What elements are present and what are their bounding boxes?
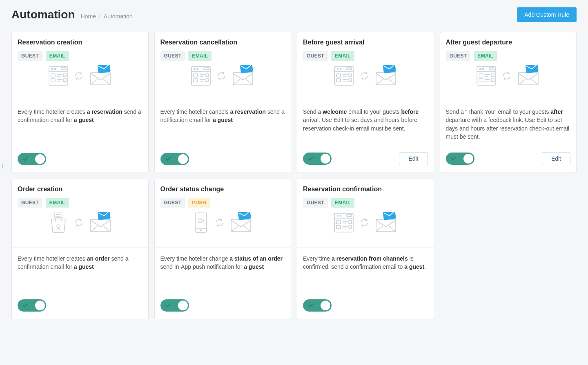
automation-card: After guest departure GUEST EMAIL Send a…: [440, 32, 577, 173]
check-icon: [308, 303, 314, 308]
enable-toggle[interactable]: [446, 153, 474, 165]
svg-rect-36: [336, 79, 341, 82]
svg-rect-85: [376, 219, 396, 232]
svg-point-32: [337, 69, 338, 70]
check-icon: [22, 156, 28, 162]
svg-rect-27: [206, 79, 209, 82]
svg-point-75: [340, 215, 341, 217]
svg-point-33: [340, 69, 341, 70]
svg-rect-49: [489, 68, 494, 70]
svg-rect-43: [376, 73, 396, 85]
svg-point-18: [197, 69, 198, 70]
card-title: After guest departure: [446, 39, 571, 46]
page-header: Automation Home / Automation Add Custom …: [11, 7, 577, 22]
svg-rect-51: [479, 79, 483, 82]
check-icon: [451, 156, 457, 161]
svg-rect-58: [519, 73, 538, 85]
svg-rect-21: [194, 79, 198, 82]
svg-rect-12: [63, 79, 66, 82]
svg-rect-5: [51, 74, 55, 77]
cycle-arrows-icon: [74, 218, 83, 227]
breadcrumb-separator: /: [99, 13, 101, 20]
tag-email: EMAIL: [46, 51, 69, 61]
envelope-icon: [89, 212, 112, 233]
svg-rect-26: [206, 74, 209, 77]
svg-rect-42: [349, 79, 352, 82]
reservation-icon: [334, 212, 354, 234]
enable-toggle[interactable]: [160, 299, 189, 312]
card-description: Send a “Thank You” email to your guests …: [440, 101, 577, 147]
enable-toggle[interactable]: [18, 299, 46, 312]
cycle-arrows-icon: [74, 71, 83, 80]
tag-guest: GUEST: [18, 198, 42, 208]
svg-point-68: [200, 230, 202, 231]
svg-point-74: [337, 215, 338, 217]
envelope-icon: [374, 65, 397, 86]
breadcrumb-current: Automation: [104, 13, 133, 20]
order-icon: [48, 212, 69, 234]
add-custom-rule-button[interactable]: Add Custom Rule: [517, 7, 577, 22]
envelope-icon: [517, 65, 540, 86]
toggle-knob: [463, 154, 473, 164]
check-icon: [165, 303, 171, 308]
svg-rect-57: [491, 79, 494, 82]
tag-guest: GUEST: [160, 198, 185, 208]
toggle-knob: [35, 154, 45, 164]
svg-rect-78: [336, 226, 341, 229]
enable-toggle[interactable]: [303, 153, 332, 165]
svg-rect-77: [336, 221, 341, 224]
svg-rect-28: [233, 73, 253, 85]
edit-button[interactable]: Edit: [542, 152, 570, 165]
svg-point-3: [54, 69, 56, 70]
tag-guest: GUEST: [303, 51, 328, 61]
toggle-knob: [321, 301, 330, 310]
reservation-icon: [191, 65, 211, 87]
tag-email: EMAIL: [331, 51, 354, 61]
check-icon: [165, 156, 171, 162]
tag-email: EMAIL: [188, 51, 212, 61]
tag-email: EMAIL: [474, 51, 497, 61]
reservation-icon: [48, 65, 69, 87]
svg-rect-83: [349, 221, 352, 223]
enable-toggle[interactable]: [160, 153, 189, 165]
check-icon: [22, 303, 28, 308]
enable-toggle[interactable]: [18, 153, 46, 165]
card-title: Reservation confirmation: [303, 186, 428, 193]
automation-grid: Reservation creation GUEST EMAIL Every t…: [11, 32, 577, 319]
toggle-knob: [178, 154, 188, 164]
svg-rect-4: [61, 68, 66, 70]
svg-point-48: [483, 69, 484, 70]
svg-point-17: [194, 69, 196, 70]
toggle-knob: [178, 301, 188, 310]
collapse-handle[interactable]: ||: [0, 161, 4, 170]
edit-button[interactable]: Edit: [399, 152, 428, 165]
card-title: Before guest arrival: [303, 39, 428, 46]
phone-icon: [193, 212, 209, 234]
toggle-knob: [35, 301, 45, 310]
tag-guest: GUEST: [303, 198, 328, 208]
card-description: Every time hotelier creates an order sen…: [12, 248, 148, 294]
svg-point-2: [51, 69, 53, 70]
card-description: Every time hotelier creates a reservatio…: [12, 101, 148, 148]
svg-rect-13: [91, 73, 110, 85]
tag-email: EMAIL: [46, 198, 69, 208]
tag-guest: GUEST: [446, 51, 471, 61]
breadcrumb-home[interactable]: Home: [81, 13, 96, 20]
breadcrumb: Home / Automation: [81, 13, 133, 20]
svg-rect-34: [347, 68, 352, 70]
envelope-icon: [89, 65, 112, 86]
card-title: Reservation cancellation: [160, 39, 285, 46]
automation-card: Reservation confirmation GUEST EMAIL Eve…: [297, 179, 434, 319]
svg-rect-6: [51, 79, 55, 82]
automation-card: Order creation GUEST EMAIL Every time ho…: [11, 179, 149, 319]
card-title: Reservation creation: [18, 39, 143, 46]
svg-rect-35: [336, 74, 341, 77]
tag-guest: GUEST: [18, 51, 42, 61]
svg-rect-64: [91, 219, 110, 232]
automation-card: Reservation creation GUEST EMAIL Every t…: [11, 32, 149, 173]
svg-rect-84: [349, 226, 352, 228]
card-description: Every time hotelier change a status of a…: [155, 248, 291, 294]
envelope-icon: [229, 212, 252, 233]
automation-card: Before guest arrival GUEST EMAIL Send a …: [297, 32, 434, 173]
enable-toggle[interactable]: [303, 299, 332, 312]
